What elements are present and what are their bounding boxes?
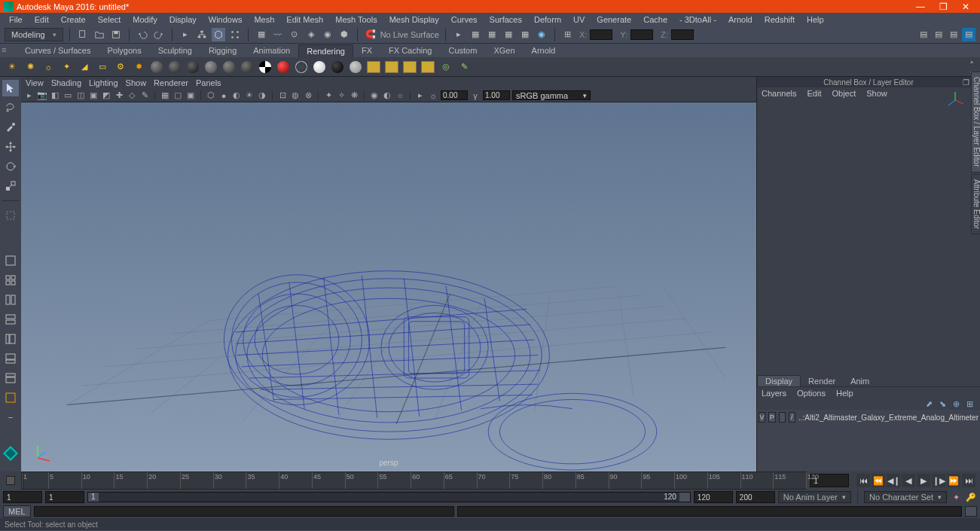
menu-surfaces[interactable]: Surfaces: [484, 15, 528, 24]
attribute-editor-icon[interactable]: ▤: [932, 28, 945, 41]
menu-uv[interactable]: UV: [567, 15, 591, 24]
layer-new-empty-icon[interactable]: ⊕: [953, 399, 962, 408]
live-surface-icon[interactable]: 🧲: [364, 28, 377, 41]
pt-smooth[interactable]: ●: [218, 90, 229, 101]
layer-menu-layers[interactable]: Layers: [762, 389, 786, 398]
close-button[interactable]: ✕: [954, 2, 977, 12]
menu-generate[interactable]: Generate: [591, 15, 637, 24]
step-fwd[interactable]: ❙▶: [932, 474, 945, 487]
shelf-tab-custom[interactable]: Custom: [441, 44, 486, 57]
menu-modify[interactable]: Modify: [127, 15, 163, 24]
pt-shadows[interactable]: ◑: [257, 90, 267, 101]
shelf-render-icon[interactable]: ⚙: [113, 60, 128, 75]
shelf-btn2[interactable]: [384, 60, 399, 75]
shelf-sphere5[interactable]: [221, 60, 237, 75]
script-editor-icon[interactable]: [965, 506, 977, 517]
snap-plane-icon[interactable]: ◈: [304, 28, 318, 41]
select-hierarchy-icon[interactable]: [195, 28, 209, 41]
menu-cache[interactable]: Cache: [637, 15, 673, 24]
shelf-ring[interactable]: [294, 60, 309, 75]
menu-help[interactable]: Help: [801, 15, 830, 24]
xyz-toggle-icon[interactable]: ⊞: [561, 28, 575, 41]
channel-menu-object[interactable]: Object: [832, 89, 856, 98]
move-tool[interactable]: [2, 139, 19, 155]
shelf-tab-animation[interactable]: Animation: [245, 44, 298, 57]
snap-live-icon[interactable]: ⬢: [337, 28, 351, 41]
step-fwd-key[interactable]: ⏩: [947, 474, 960, 487]
pt-gamma-icon[interactable]: γ: [470, 90, 481, 101]
pt-light1[interactable]: ✦: [323, 90, 334, 101]
pt-xray-joints[interactable]: ⊗: [303, 90, 313, 101]
pt-resolution-gate[interactable]: ▣: [88, 90, 99, 101]
pt-ao[interactable]: ◉: [369, 90, 380, 101]
shelf-red[interactable]: [276, 60, 291, 75]
modeling-toolkit-icon[interactable]: ▤: [917, 28, 930, 41]
layer-tab-display[interactable]: Display: [757, 375, 801, 386]
pt-film-gate[interactable]: ◫: [75, 90, 86, 101]
panel-menu-lighting[interactable]: Lighting: [89, 78, 118, 87]
pt-film-pivot[interactable]: ▣: [185, 90, 196, 101]
tool-settings-icon[interactable]: ▤: [947, 28, 960, 41]
pt-grid[interactable]: ▦: [160, 90, 170, 101]
shelf-light-icon[interactable]: ☀: [5, 60, 20, 75]
viewport[interactable]: persp: [21, 102, 756, 471]
pt-lights[interactable]: ☀: [244, 90, 255, 101]
cmd-language[interactable]: MEL: [3, 505, 31, 517]
shelf-tab-fx[interactable]: FX: [353, 44, 380, 57]
minimize-button[interactable]: —: [909, 2, 932, 12]
pt-image-plane[interactable]: ▭: [63, 90, 73, 101]
menu-deform[interactable]: Deform: [528, 15, 567, 24]
view-cube[interactable]: [945, 90, 965, 110]
range-handle-right[interactable]: [679, 493, 690, 502]
menu--dtoall-[interactable]: - 3DtoAll -: [673, 15, 722, 24]
render-view-icon[interactable]: ▦: [518, 28, 532, 41]
pt-wireframe[interactable]: ⬡: [206, 90, 216, 101]
x-field[interactable]: [590, 29, 612, 40]
shelf-ipr-icon[interactable]: ✹: [131, 60, 146, 75]
panel-menu-view[interactable]: View: [26, 78, 44, 87]
paint-select-tool[interactable]: [2, 119, 19, 136]
maximize-button[interactable]: ❐: [932, 2, 954, 12]
last-tool[interactable]: [2, 207, 19, 224]
layer-menu-options[interactable]: Options: [797, 389, 826, 398]
channel-menu-show[interactable]: Show: [866, 89, 887, 98]
custom-pane-icon[interactable]: [2, 389, 19, 406]
layer-tab-anim[interactable]: Anim: [843, 376, 877, 386]
pt-safe-title[interactable]: ✎: [139, 90, 150, 101]
layer-row[interactable]: V P / ..:Alti2_Altimaster_Galaxy_Extreme…: [759, 411, 978, 423]
channel-box-icon[interactable]: ▤: [962, 28, 975, 41]
layer-menu-help[interactable]: Help: [836, 389, 853, 398]
channel-menu-edit[interactable]: Edit: [807, 89, 821, 98]
anim-start-field[interactable]: 1: [3, 491, 42, 503]
menu-file[interactable]: File: [3, 15, 29, 24]
pt-bookmark[interactable]: ◧: [50, 90, 60, 101]
shelf-target[interactable]: ◎: [438, 60, 453, 75]
shelf-btn3[interactable]: [402, 60, 417, 75]
play-back[interactable]: ◀: [902, 474, 915, 487]
menu-edit-mesh[interactable]: Edit Mesh: [280, 15, 329, 24]
shelf-tab-fx-caching[interactable]: FX Caching: [380, 44, 440, 57]
hypershade-icon[interactable]: ◉: [535, 28, 548, 41]
pt-dof[interactable]: ▸: [415, 90, 426, 101]
workspace-selector[interactable]: Modeling: [5, 28, 63, 41]
pt-gamma-field[interactable]: 1.00: [483, 90, 510, 100]
snap-point-icon[interactable]: ⊙: [288, 28, 301, 41]
menu-mesh[interactable]: Mesh: [248, 15, 280, 24]
menu-display[interactable]: Display: [163, 15, 203, 24]
pt-camera-icon[interactable]: 📷: [37, 90, 47, 101]
single-pane-icon[interactable]: [2, 252, 19, 269]
anim-end-field[interactable]: 200: [736, 491, 775, 503]
graph-pane-icon[interactable]: [2, 350, 19, 367]
shelf-menu-icon[interactable]: ≡: [2, 45, 14, 57]
menu-curves[interactable]: Curves: [445, 15, 484, 24]
rotate-tool[interactable]: [2, 158, 19, 175]
shelf-light4-icon[interactable]: ✦: [59, 60, 74, 75]
menu-edit[interactable]: Edit: [29, 15, 55, 24]
menu-mesh-tools[interactable]: Mesh Tools: [329, 15, 383, 24]
pt-select-camera[interactable]: ▸: [24, 90, 35, 101]
four-pane-icon[interactable]: [2, 272, 19, 288]
pt-isolate[interactable]: ⊡: [277, 90, 288, 101]
select-object-icon[interactable]: [212, 28, 225, 41]
panel-menu-panels[interactable]: Panels: [196, 78, 221, 87]
shelf-tab-rigging[interactable]: Rigging: [200, 44, 245, 57]
